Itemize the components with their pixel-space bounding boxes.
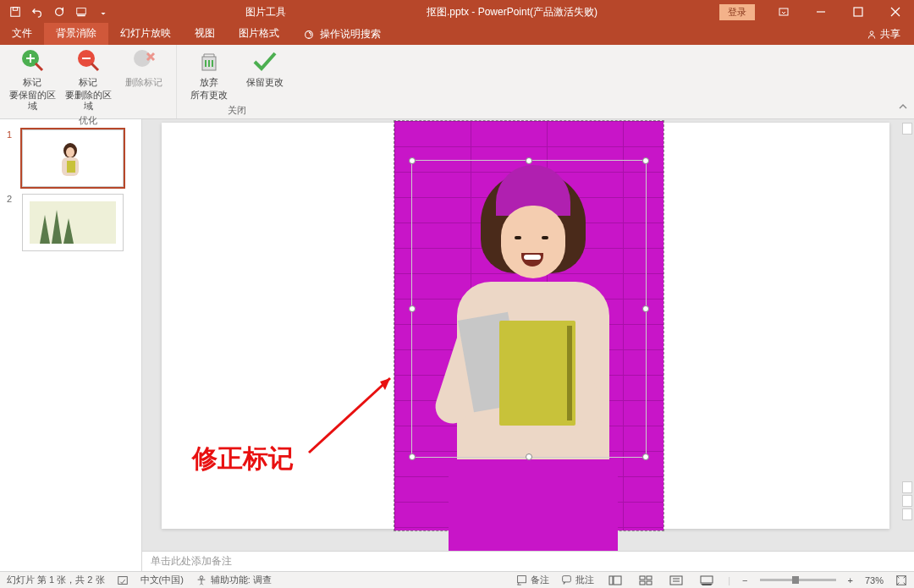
mark-areas-to-keep-button[interactable]: 标记 要保留的区域 <box>7 48 58 113</box>
tab-picture-format[interactable]: 图片格式 <box>227 23 291 45</box>
btn-label: 删除标记 <box>125 77 162 88</box>
resize-handle-bl[interactable] <box>409 453 416 460</box>
vertical-scrollbar[interactable] <box>902 123 912 520</box>
fit-to-window-button[interactable] <box>895 574 907 586</box>
btn-label: 保留更改 <box>246 77 284 88</box>
resize-handle-bc[interactable] <box>526 453 532 460</box>
ribbon-options-button[interactable] <box>765 0 802 24</box>
thumb-number: 1 <box>7 129 17 187</box>
svg-rect-6 <box>854 8 862 16</box>
tab-file[interactable]: 文件 <box>0 23 44 45</box>
undo-button[interactable] <box>27 2 47 22</box>
contextual-tab-label: 图片工具 <box>240 5 291 19</box>
login-button[interactable]: 登录 <box>719 4 755 20</box>
normal-view-button[interactable] <box>606 574 625 587</box>
svg-point-10 <box>870 30 873 34</box>
zoom-out-button[interactable]: − <box>742 575 747 585</box>
resize-handle-tr[interactable] <box>642 157 649 164</box>
scroll-up-button[interactable] <box>902 123 912 135</box>
spellcheck-icon[interactable] <box>117 574 129 586</box>
svg-marker-20 <box>380 378 390 390</box>
group-label-close: 关闭 <box>228 102 246 117</box>
thumb-row-2: 2 <box>0 190 141 255</box>
slideshow-view-button[interactable] <box>697 574 716 587</box>
tab-view[interactable]: 视图 <box>183 23 227 45</box>
zoom-slider[interactable] <box>760 579 836 581</box>
svg-rect-32 <box>701 576 713 583</box>
prev-slide-button[interactable] <box>902 495 912 507</box>
btn-label-line1: 标记 <box>23 77 41 88</box>
close-button[interactable] <box>877 0 914 24</box>
slide-counter[interactable]: 幻灯片 第 1 张，共 2 张 <box>7 574 105 586</box>
ribbon: 标记 要保留的区域 标记 要删除的区域 删除标记 优化 放弃 所有更改 <box>0 45 914 119</box>
svg-rect-1 <box>13 8 17 11</box>
share-label: 共享 <box>880 27 900 41</box>
btn-label-line2: 所有更改 <box>190 90 228 101</box>
window-controls <box>765 0 914 24</box>
slide-canvas[interactable]: 修正标记 <box>162 123 889 529</box>
editor-area: 修正标记 单击此处添加备注 <box>142 119 914 571</box>
window-title: 抠图.pptx - PowerPoint(产品激活失败) <box>427 5 597 19</box>
svg-point-9 <box>306 30 313 38</box>
svg-line-19 <box>309 378 390 453</box>
comments-toggle[interactable]: 批注 <box>561 574 594 586</box>
resize-handle-ml[interactable] <box>409 305 416 312</box>
svg-rect-18 <box>67 161 75 173</box>
title-bar: 图片工具 抠图.pptx - PowerPoint(产品激活失败) 登录 <box>0 0 914 24</box>
notes-toggle[interactable]: 备注 <box>516 574 549 586</box>
annotation-arrow-icon <box>306 371 399 456</box>
slide-sorter-view-button[interactable] <box>636 574 655 587</box>
accessibility-checker[interactable]: 辅助功能: 调查 <box>195 574 272 586</box>
svg-rect-30 <box>647 581 652 585</box>
thumb-number: 2 <box>7 194 17 251</box>
share-button[interactable]: 共享 <box>853 24 914 45</box>
qat-customize-button[interactable] <box>93 2 113 22</box>
tab-background-removal[interactable]: 背景消除 <box>44 23 108 45</box>
zoom-level[interactable]: 73% <box>865 575 884 585</box>
keep-changes-button[interactable]: 保留更改 <box>240 48 290 101</box>
group-label-refine: 优化 <box>79 113 97 127</box>
save-button[interactable] <box>5 2 25 22</box>
svg-rect-24 <box>563 576 571 582</box>
tell-me-search[interactable]: 操作说明搜索 <box>291 24 393 45</box>
resize-handle-mr[interactable] <box>642 305 649 312</box>
svg-point-16 <box>66 147 74 157</box>
slide-canvas-zone: 修正标记 <box>142 119 914 551</box>
language-indicator[interactable]: 中文(中国) <box>140 574 184 586</box>
annotation-text: 修正标记 <box>192 442 294 476</box>
resize-handle-tc[interactable] <box>526 157 532 164</box>
notes-pane[interactable]: 单击此处添加备注 <box>142 551 914 571</box>
resize-handle-tl[interactable] <box>409 157 416 164</box>
minimize-button[interactable] <box>802 0 840 24</box>
mark-areas-to-remove-button[interactable]: 标记 要删除的区域 <box>63 48 113 113</box>
ribbon-tabs: 文件 背景消除 幻灯片放映 视图 图片格式 操作说明搜索 共享 <box>0 24 914 45</box>
slide-thumbnail-2[interactable] <box>22 194 124 251</box>
crop-marquee[interactable] <box>411 160 647 458</box>
svg-rect-23 <box>518 576 526 583</box>
zoom-in-button[interactable]: + <box>848 575 853 585</box>
ribbon-group-refine: 标记 要保留的区域 标记 要删除的区域 删除标记 优化 <box>0 45 177 118</box>
svg-rect-29 <box>640 581 645 585</box>
tell-me-label: 操作说明搜索 <box>320 27 381 41</box>
slide-thumbnails-panel: 1 2 <box>0 119 142 571</box>
discard-all-changes-button[interactable]: 放弃 所有更改 <box>184 48 234 101</box>
maximize-button[interactable] <box>840 0 877 24</box>
svg-rect-31 <box>670 576 682 585</box>
redo-button[interactable] <box>49 2 69 22</box>
btn-label-line1: 标记 <box>79 77 97 88</box>
start-from-beginning-button[interactable] <box>71 2 91 22</box>
reading-view-button[interactable] <box>667 574 686 587</box>
svg-rect-3 <box>77 8 86 14</box>
svg-rect-28 <box>647 576 652 580</box>
delete-mark-button[interactable]: 删除标记 <box>118 48 169 113</box>
quick-access-toolbar <box>0 2 118 22</box>
slide-thumbnail-1[interactable] <box>22 129 124 187</box>
picture-selection[interactable] <box>394 120 664 531</box>
title-center: 图片工具 抠图.pptx - PowerPoint(产品激活失败) <box>118 5 719 19</box>
resize-handle-br[interactable] <box>642 453 649 460</box>
svg-rect-0 <box>11 8 20 17</box>
scroll-down-button[interactable] <box>902 481 912 493</box>
next-slide-button[interactable] <box>902 508 912 520</box>
tab-slideshow[interactable]: 幻灯片放映 <box>108 23 183 45</box>
collapse-ribbon-button[interactable] <box>897 101 909 115</box>
